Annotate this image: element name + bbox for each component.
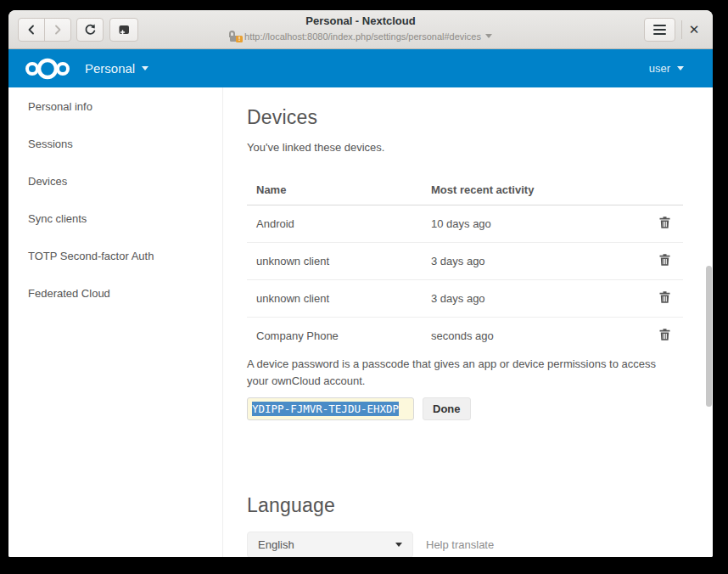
app-menu-caret-icon xyxy=(142,66,148,70)
language-heading: Language xyxy=(247,494,713,517)
device-password-value: YDIPP-FJMVR-TEJDU-EHXDP xyxy=(252,402,399,416)
window-title: Personal - Nextcloud xyxy=(8,14,713,27)
delete-device-button[interactable] xyxy=(658,328,671,341)
table-row: unknown client 3 days ago xyxy=(247,243,683,280)
devices-subtitle: You've linked these devices. xyxy=(247,141,713,154)
sidebar-item-personal-info[interactable]: Personal info xyxy=(8,88,222,126)
insecure-lock-icon: ! xyxy=(229,31,240,42)
trash-icon xyxy=(658,253,671,267)
device-name: Android xyxy=(247,205,422,243)
devices-heading: Devices xyxy=(247,106,713,129)
trash-icon xyxy=(658,216,671,229)
sidebar-item-sessions[interactable]: Sessions xyxy=(8,126,222,163)
language-select[interactable]: English xyxy=(247,532,413,557)
app-menu-label: Personal xyxy=(85,61,135,76)
url-bar[interactable]: ! http://localhost:8080/index.php/settin… xyxy=(8,31,713,42)
url-dropdown-icon[interactable] xyxy=(485,34,492,38)
delete-device-button[interactable] xyxy=(658,290,671,304)
user-menu[interactable]: user xyxy=(649,62,696,75)
main-panel: Devices You've linked these devices. Nam… xyxy=(223,87,713,557)
nextcloud-header: Personal user xyxy=(8,49,713,87)
hamburger-icon xyxy=(653,25,666,36)
settings-page: Personal info Sessions Devices Sync clie… xyxy=(8,87,713,557)
help-translate-link[interactable]: Help translate xyxy=(426,538,494,551)
app-menu[interactable]: Personal xyxy=(85,61,148,76)
device-activity: 10 days ago xyxy=(422,205,649,243)
sidebar-item-federated-cloud[interactable]: Federated Cloud xyxy=(8,275,222,312)
devices-table: Name Most recent activity Android 10 day… xyxy=(247,175,683,354)
user-menu-caret-icon xyxy=(677,66,684,70)
titlebar: Personal - Nextcloud ! http://localhost:… xyxy=(8,10,713,49)
delete-device-button[interactable] xyxy=(658,253,671,267)
sidebar-item-devices[interactable]: Devices xyxy=(8,163,222,200)
done-button[interactable]: Done xyxy=(423,397,471,420)
device-password-hint: A device password is a passcode that giv… xyxy=(247,356,671,390)
menu-button[interactable] xyxy=(644,18,675,42)
device-activity: 3 days ago xyxy=(422,243,649,280)
settings-sidebar: Personal info Sessions Devices Sync clie… xyxy=(8,87,223,557)
scrollbar-thumb[interactable] xyxy=(706,266,712,407)
url-text: http://localhost:8080/index.php/settings… xyxy=(244,31,481,42)
device-name: unknown client xyxy=(247,280,422,318)
language-row: English Help translate xyxy=(247,532,713,557)
device-activity: 3 days ago xyxy=(422,280,649,318)
close-button[interactable]: ✕ xyxy=(681,18,707,42)
device-password-row: YDIPP-FJMVR-TEJDU-EHXDP Done xyxy=(247,397,713,420)
close-icon: ✕ xyxy=(689,22,700,37)
column-header-name: Name xyxy=(247,175,422,205)
device-name: unknown client xyxy=(247,243,422,280)
device-name: Company Phone xyxy=(247,318,422,355)
trash-icon xyxy=(658,290,671,304)
delete-device-button[interactable] xyxy=(658,216,671,229)
sidebar-item-sync-clients[interactable]: Sync clients xyxy=(8,200,222,238)
language-selected-value: English xyxy=(258,538,294,551)
device-activity: seconds ago xyxy=(422,318,649,355)
user-menu-label: user xyxy=(649,62,670,75)
trash-icon xyxy=(658,328,671,341)
column-header-activity: Most recent activity xyxy=(422,175,649,205)
browser-window: Personal - Nextcloud ! http://localhost:… xyxy=(8,10,713,557)
table-row: Company Phone seconds ago xyxy=(247,318,683,355)
device-password-field[interactable]: YDIPP-FJMVR-TEJDU-EHXDP xyxy=(247,397,414,420)
nextcloud-logo[interactable] xyxy=(22,56,75,82)
sidebar-item-totp[interactable]: TOTP Second-factor Auth xyxy=(8,238,222,275)
table-row: Android 10 days ago xyxy=(247,205,683,243)
select-caret-icon xyxy=(395,543,402,547)
table-row: unknown client 3 days ago xyxy=(247,280,683,318)
devices-table-header: Name Most recent activity xyxy=(247,175,683,205)
